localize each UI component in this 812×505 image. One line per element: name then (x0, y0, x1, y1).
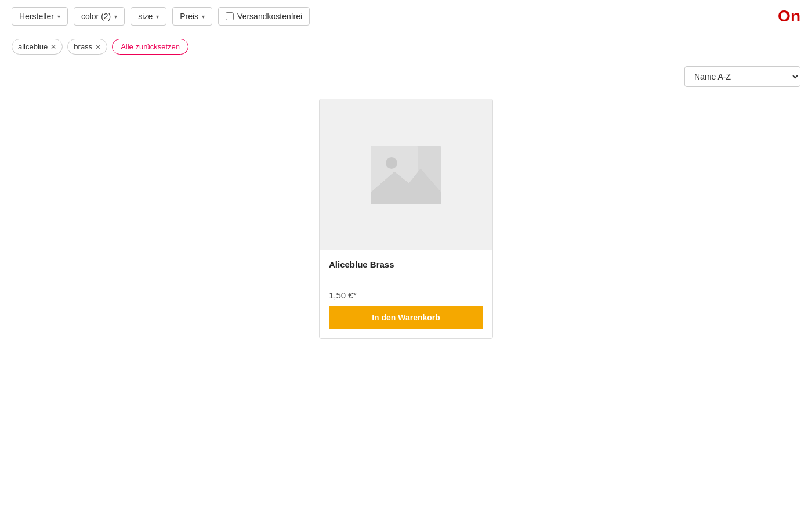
active-filters-bar: aliceblue ✕ brass ✕ Alle zurücksetzen (0, 33, 812, 60)
tag-aliceblue-label: aliceblue (18, 42, 48, 51)
size-filter-button[interactable]: size ▾ (130, 7, 166, 26)
tag-brass-close-icon[interactable]: ✕ (95, 43, 101, 51)
product-price: 1,50 €* (329, 290, 483, 300)
sort-bar: Name A-Z Name Z-A Preis aufsteigend Prei… (0, 60, 812, 93)
versandkostenfrei-filter[interactable]: Versandkostenfrei (218, 7, 310, 26)
tag-aliceblue-close-icon[interactable]: ✕ (50, 43, 56, 51)
hersteller-filter-button[interactable]: Hersteller ▾ (12, 7, 68, 26)
svg-point-2 (386, 157, 397, 169)
on-label: On (778, 7, 800, 26)
product-image-placeholder (320, 99, 492, 250)
preis-filter-button[interactable]: Preis ▾ (172, 7, 212, 26)
versandkostenfrei-checkbox[interactable] (226, 12, 234, 20)
hersteller-filter-label: Hersteller (19, 12, 54, 21)
size-filter-label: size (138, 12, 153, 21)
preis-filter-label: Preis (180, 12, 198, 21)
versandkostenfrei-label: Versandkostenfrei (237, 12, 302, 21)
size-chevron-icon: ▾ (156, 13, 159, 20)
tag-brass[interactable]: brass ✕ (67, 39, 107, 55)
products-grid: Aliceblue Brass 1,50 €* In den Warenkorb (0, 93, 812, 362)
preis-chevron-icon: ▾ (202, 13, 205, 20)
tag-brass-label: brass (74, 42, 92, 51)
reset-all-button[interactable]: Alle zurücksetzen (112, 39, 188, 55)
color-filter-button[interactable]: color (2) ▾ (74, 7, 125, 26)
filter-bar: Hersteller ▾ color (2) ▾ size ▾ Preis ▾ … (0, 0, 812, 33)
product-image-icon (365, 140, 447, 210)
color-filter-label: color (2) (81, 12, 111, 21)
color-chevron-icon: ▾ (114, 13, 117, 20)
product-card: Aliceblue Brass 1,50 €* In den Warenkorb (319, 99, 493, 339)
tag-aliceblue[interactable]: aliceblue ✕ (12, 39, 63, 55)
hersteller-chevron-icon: ▾ (57, 13, 60, 20)
product-info: Aliceblue Brass (320, 250, 492, 283)
sort-select[interactable]: Name A-Z Name Z-A Preis aufsteigend Prei… (684, 66, 800, 87)
add-to-cart-button[interactable]: In den Warenkorb (329, 306, 483, 329)
product-name: Aliceblue Brass (329, 259, 483, 269)
product-bottom: 1,50 €* In den Warenkorb (320, 283, 492, 338)
